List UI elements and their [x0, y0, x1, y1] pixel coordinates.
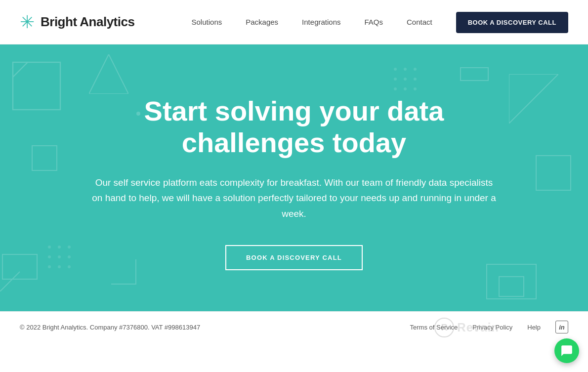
shape-dots-bl — [44, 242, 84, 282]
linkedin-icon[interactable]: in — [555, 321, 568, 333]
chat-icon — [560, 344, 573, 357]
logo-area: ✳ Bright Analytics — [20, 13, 134, 31]
svg-marker-5 — [509, 74, 558, 124]
nav-packages[interactable]: Packages — [246, 18, 278, 26]
svg-point-14 — [414, 68, 416, 70]
svg-point-24 — [48, 256, 50, 258]
shape-bl — [0, 252, 49, 291]
svg-point-25 — [58, 256, 60, 258]
hero-subtitle: Our self service platform eats complexit… — [89, 175, 499, 221]
shape-arrow-bl — [109, 257, 138, 287]
svg-rect-10 — [487, 264, 536, 299]
hero-section: Start solving your data challenges today… — [0, 44, 588, 311]
svg-point-27 — [48, 266, 50, 268]
svg-point-21 — [48, 246, 50, 248]
svg-point-13 — [404, 68, 406, 70]
svg-point-22 — [58, 246, 60, 248]
navbar: ✳ Bright Analytics Solutions Packages In… — [0, 0, 588, 44]
nav-integrations[interactable]: Integrations — [302, 18, 340, 26]
shape-triangle-tl — [89, 54, 128, 94]
svg-point-23 — [68, 246, 70, 248]
footer: © 2022 Bright Analytics. Company #737680… — [0, 311, 588, 342]
svg-point-17 — [414, 78, 416, 80]
nav-links: Solutions Packages Integrations FAQs Con… — [192, 18, 568, 27]
footer-privacy[interactable]: Privacy Policy — [472, 324, 512, 331]
nav-faqs[interactable]: FAQs — [365, 18, 383, 26]
svg-point-26 — [68, 256, 70, 258]
shape-square-tl — [10, 59, 69, 119]
svg-line-1 — [13, 62, 28, 77]
footer-copyright: © 2022 Bright Analytics. Company #737680… — [20, 324, 200, 331]
svg-rect-8 — [2, 254, 37, 279]
svg-point-18 — [394, 88, 396, 90]
shape-triangle-tr — [509, 74, 558, 124]
shape-rect-tr — [460, 59, 489, 89]
svg-rect-11 — [499, 277, 524, 296]
svg-rect-3 — [32, 146, 57, 170]
svg-point-16 — [404, 78, 406, 80]
svg-rect-7 — [536, 156, 571, 190]
svg-point-20 — [414, 88, 416, 90]
svg-point-19 — [404, 88, 406, 90]
svg-point-29 — [68, 266, 70, 268]
shape-square-mr — [534, 153, 573, 193]
svg-point-28 — [58, 266, 60, 268]
footer-links: Terms of Service Privacy Policy Help in — [410, 321, 568, 333]
nav-cta-button[interactable]: BOOK A DISCOVERY CALL — [456, 12, 568, 33]
chat-bubble[interactable] — [554, 338, 579, 363]
footer-terms[interactable]: Terms of Service — [410, 324, 458, 331]
hero-cta-button[interactable]: BOOK A DISCOVERY CALL — [225, 245, 363, 270]
nav-solutions[interactable]: Solutions — [192, 18, 222, 26]
svg-point-12 — [394, 68, 396, 70]
footer-help[interactable]: Help — [527, 324, 541, 331]
logo-icon: ✳ — [20, 13, 35, 31]
nav-contact[interactable]: Contact — [407, 18, 432, 26]
shape-br — [484, 262, 539, 301]
svg-marker-2 — [89, 54, 128, 94]
shape-small-square — [30, 143, 59, 173]
svg-point-15 — [394, 78, 396, 80]
hero-title: Start solving your data challenges today — [72, 95, 516, 159]
brand-name: Bright Analytics — [41, 14, 134, 30]
svg-rect-6 — [461, 68, 488, 81]
